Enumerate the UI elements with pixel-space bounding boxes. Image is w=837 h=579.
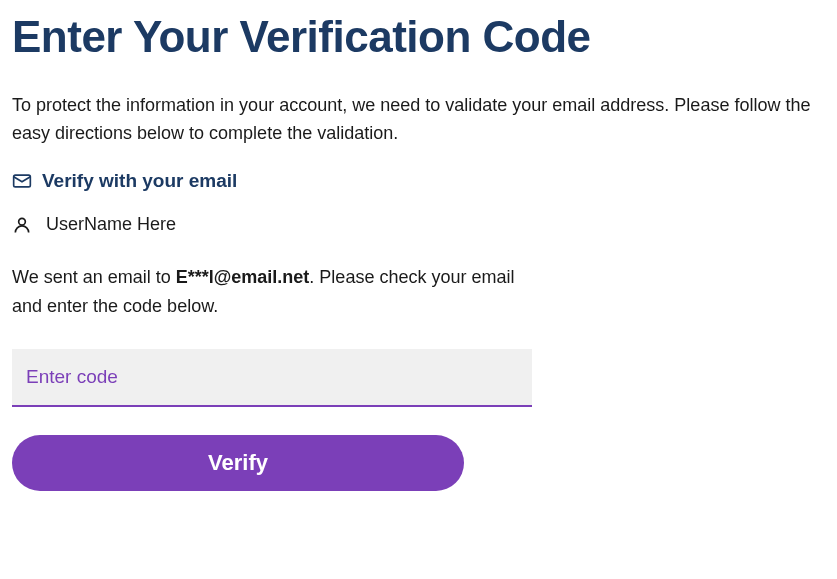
verify-method-label: Verify with your email (42, 170, 237, 192)
masked-email: E***l@email.net (176, 267, 310, 287)
page-title: Enter Your Verification Code (12, 12, 825, 63)
code-input-wrapper (12, 349, 532, 407)
intro-text: To protect the information in your accou… (12, 91, 812, 149)
sent-prefix: We sent an email to (12, 267, 176, 287)
user-icon (12, 215, 32, 235)
sent-email-text: We sent an email to E***l@email.net. Ple… (12, 263, 532, 321)
code-input[interactable] (12, 349, 532, 407)
svg-point-1 (19, 218, 26, 225)
envelope-icon (12, 171, 32, 191)
verify-button[interactable]: Verify (12, 435, 464, 491)
verify-method-row: Verify with your email (12, 170, 825, 192)
user-row: UserName Here (12, 214, 825, 235)
user-name: UserName Here (46, 214, 176, 235)
